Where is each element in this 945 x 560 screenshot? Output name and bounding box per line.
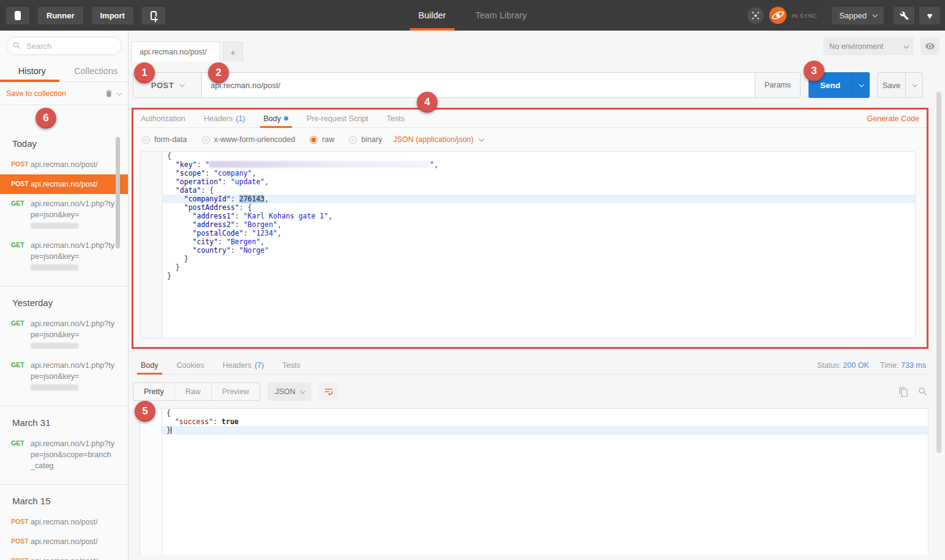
editor-line: 13 } [141, 255, 915, 263]
response-tab-body[interactable]: Body [141, 356, 159, 375]
topnav-tab-builder[interactable]: Builder [410, 0, 455, 31]
search-input[interactable] [6, 37, 122, 55]
editor-line: 1{ [140, 409, 928, 417]
main-panel: No environment api.recman.no/post/ + POS… [129, 31, 945, 560]
chevron-down-icon[interactable] [116, 91, 121, 95]
account-menu[interactable]: Sapped [832, 7, 884, 24]
code-line: { [163, 152, 171, 160]
history-item-url: api.recman.no/post/ [31, 179, 115, 190]
history-list: TodayPOSTapi.recman.no/post/POSTapi.recm… [0, 127, 128, 560]
code-line: "address2": "Borgen", [163, 220, 282, 229]
copy-icon[interactable] [898, 387, 909, 397]
heart-icon: ♥ [927, 11, 933, 20]
body-mode-x-www-form-urlencoded[interactable]: x-www-form-urlencoded [202, 135, 296, 144]
request-tab-authorization[interactable]: Authorization [141, 110, 185, 128]
request-tab[interactable]: api.recman.no/post/ [132, 42, 220, 62]
annotation-badge-2: 2 [208, 62, 229, 83]
history-item[interactable]: GETapi.recman.no/v1.php?type=json&key= [0, 236, 128, 277]
content-type-dropdown[interactable]: JSON (application/json) [393, 135, 482, 144]
body-mode-label: binary [361, 135, 382, 144]
history-item[interactable]: GETapi.recman.no/v1.php?type=json&key= [0, 314, 128, 356]
view-mode-raw[interactable]: Raw [174, 383, 211, 400]
generate-code-link[interactable]: Generate Code [867, 114, 919, 123]
history-item[interactable]: POSTapi.recman.no/post/ [0, 532, 128, 551]
history-item[interactable]: GETapi.recman.no/v1.php?type=json&key= [0, 194, 128, 236]
runner-button[interactable]: Runner [38, 7, 83, 24]
new-request-tab-button[interactable]: + [223, 42, 243, 62]
trash-icon[interactable] [105, 89, 113, 98]
method-badge: POST [11, 556, 31, 560]
response-tab-cookies[interactable]: Cookies [177, 356, 204, 375]
sync-status-icon[interactable] [769, 6, 787, 24]
editor-line: 3} [140, 426, 928, 435]
history-item[interactable]: GETapi.recman.no/v1.php?type=json&scope=… [0, 434, 128, 476]
response-tab-tests[interactable]: Tests [282, 356, 300, 375]
history-item[interactable]: POSTapi.recman.no/post/ [0, 551, 128, 560]
view-mode-pretty[interactable]: Pretty [133, 383, 174, 400]
url-input[interactable] [202, 73, 755, 97]
params-button[interactable]: Params [755, 73, 800, 97]
response-tab-headers[interactable]: Headers(7) [223, 356, 264, 375]
method-badge: GET [11, 438, 31, 471]
method-badge: POST [11, 536, 31, 547]
chevron-down-icon [903, 43, 908, 48]
save-to-collection-link[interactable]: Save to collection [6, 89, 66, 98]
topnav-tab-team-library[interactable]: Team Library [467, 0, 536, 31]
history-section: TodayPOSTapi.recman.no/post/POSTapi.recm… [0, 127, 128, 281]
chevron-down-icon [301, 389, 305, 394]
tab-collections[interactable]: Collections [64, 61, 129, 81]
environment-selector-label: No environment [829, 42, 883, 51]
code-line: "city": "Bergen", [163, 237, 264, 246]
code-line: "address1": "Karl Kohans gate 1", [163, 212, 332, 220]
environment-preview-button[interactable] [921, 37, 939, 55]
response-body-viewer[interactable]: 1{2 "success": true3} [140, 408, 928, 555]
import-button[interactable]: Import [92, 7, 133, 24]
tab-history[interactable]: History [0, 61, 64, 81]
request-tab-tests[interactable]: Tests [387, 110, 405, 128]
sidebar-scrollbar[interactable] [116, 137, 120, 248]
history-item-url: api.recman.no/v1.php?type=json&key= [31, 360, 115, 393]
sidebar-toggle-button[interactable] [6, 7, 29, 24]
settings-button[interactable] [894, 7, 914, 24]
send-options-button[interactable] [852, 72, 870, 98]
view-mode-preview[interactable]: Preview [211, 383, 260, 400]
tab-label: Headers [223, 361, 252, 370]
history-item[interactable]: POSTapi.recman.no/post/ [0, 512, 128, 532]
method-badge: GET [11, 318, 31, 351]
search-response-icon[interactable] [917, 386, 928, 397]
history-section-title: Today [0, 136, 128, 155]
editor-line: 11 "city": "Bergen", [141, 237, 915, 246]
annotation-badge-6: 6 [35, 108, 56, 129]
request-tab-headers[interactable]: Headers(1) [204, 110, 245, 128]
environment-selector[interactable]: No environment [823, 37, 914, 55]
favorites-button[interactable]: ♥ [919, 7, 940, 24]
save-options-button[interactable] [905, 73, 922, 97]
body-mode-binary[interactable]: binary [349, 135, 382, 144]
history-item-url: api.recman.no/post/ [31, 517, 115, 528]
history-section-title: Yesterday [0, 295, 128, 314]
method-badge: POST [11, 179, 31, 190]
response-format-dropdown[interactable]: JSON [267, 383, 312, 401]
request-body-editor[interactable]: 1{2 "key": "",3 "scope": "company",4 "op… [140, 151, 916, 338]
code-line: "country": "Norge" [163, 246, 269, 255]
new-window-button[interactable] [142, 7, 165, 24]
redacted-value [209, 161, 430, 168]
annotation-badge-3: 3 [804, 61, 824, 81]
body-mode-label: raw [322, 135, 334, 144]
code-line: "companyId": 276143, [163, 195, 269, 203]
history-item[interactable]: POSTapi.recman.no/post/ [0, 155, 128, 174]
main-scrollbar[interactable] [936, 92, 941, 453]
history-item[interactable]: GETapi.recman.no/v1.php?type=json&key= [0, 356, 128, 397]
tab-label: Tests [282, 361, 300, 370]
method-badge: GET [11, 240, 31, 273]
save-button[interactable]: Save [878, 73, 905, 97]
request-tab-body[interactable]: Body [264, 110, 289, 128]
wrench-icon [900, 11, 909, 20]
body-mode-form-data[interactable]: form-data [142, 135, 187, 144]
request-tab-pre-request-script[interactable]: Pre-request Script [307, 110, 368, 128]
body-mode-raw[interactable]: raw [310, 135, 334, 144]
interceptor-button[interactable] [747, 7, 764, 24]
wrap-text-button[interactable] [319, 383, 338, 401]
history-item[interactable]: POSTapi.recman.no/post/ [0, 174, 128, 194]
new-window-icon [151, 11, 157, 20]
